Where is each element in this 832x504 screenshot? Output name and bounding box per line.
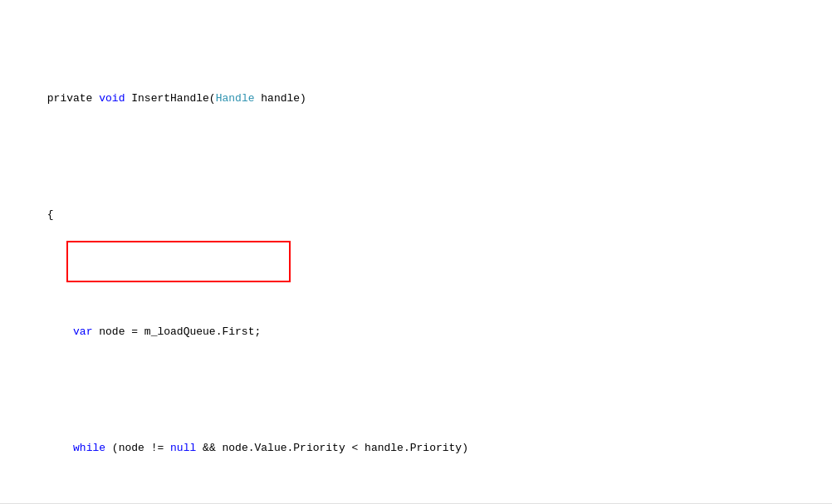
code-line: var node = m_loadQueue.First; <box>0 307 832 357</box>
code-line: private void InsertHandle(Handle handle) <box>0 74 832 124</box>
code-line: { <box>0 190 832 240</box>
code-line-while-1: while (node != null && node.Value.Priori… <box>0 423 832 473</box>
code-editor: private void InsertHandle(Handle handle)… <box>0 0 832 504</box>
code-block: private void InsertHandle(Handle handle)… <box>0 0 832 504</box>
